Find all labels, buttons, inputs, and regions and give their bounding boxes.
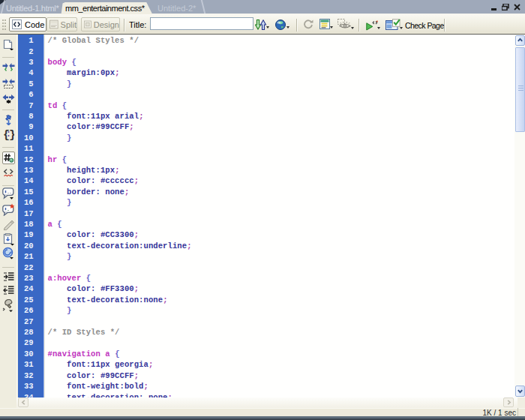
- svg-text:}: }: [9, 129, 14, 140]
